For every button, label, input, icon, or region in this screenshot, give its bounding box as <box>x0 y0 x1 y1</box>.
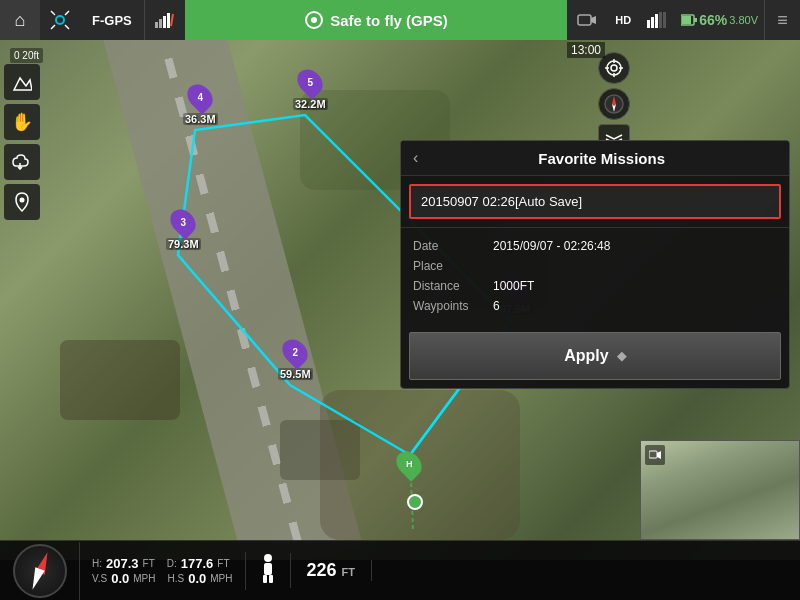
svg-marker-24 <box>14 78 32 90</box>
svg-rect-8 <box>167 13 170 28</box>
missions-list: 20150907 02:26[Auto Save] <box>401 176 789 228</box>
h-value: 207.3 <box>106 556 139 571</box>
terrain-button[interactable] <box>4 64 40 100</box>
svg-rect-40 <box>263 575 267 583</box>
svg-line-3 <box>51 25 55 29</box>
h-label: H: <box>92 558 102 569</box>
d-unit: FT <box>217 558 229 569</box>
compass-button[interactable] <box>598 88 630 120</box>
cloud-button[interactable] <box>4 144 40 180</box>
mission-item-selected[interactable]: 20150907 02:26[Auto Save] <box>409 184 781 219</box>
person-svg <box>258 553 278 583</box>
distance-label: Distance <box>413 279 493 293</box>
location-button[interactable] <box>4 184 40 220</box>
home-icon: ⌂ <box>15 10 26 31</box>
vs-label: V.S <box>92 573 107 584</box>
wp-pin-3[interactable]: 3 <box>166 204 201 239</box>
svg-line-1 <box>51 11 55 15</box>
svg-point-28 <box>611 65 617 71</box>
svg-point-11 <box>311 17 317 23</box>
compass-needle-south <box>27 567 44 591</box>
wp-pin-2[interactable]: 2 <box>278 334 313 369</box>
svg-rect-21 <box>682 16 691 24</box>
menu-button[interactable]: ≡ <box>764 0 800 40</box>
svg-point-27 <box>607 61 621 75</box>
wp-label-2: 59.5M <box>278 368 313 380</box>
camera-section <box>567 0 607 40</box>
svg-rect-20 <box>694 18 697 22</box>
signal-section <box>145 0 185 40</box>
status-icon <box>304 10 324 30</box>
battery-section: 66% 3.80V <box>675 0 764 40</box>
signal-icon <box>155 12 175 28</box>
hd-section: HD <box>607 0 639 40</box>
distance-value: 1000FT <box>493 279 534 293</box>
date-value: 2015/09/07 - 02:26:48 <box>493 239 610 253</box>
detail-distance-row: Distance 1000FT <box>413 276 777 296</box>
d-value: 177.6 <box>181 556 214 571</box>
battery-icon <box>681 13 697 27</box>
apply-label: Apply <box>564 347 608 365</box>
camera-thumbnail[interactable] <box>640 440 800 540</box>
signal2-section <box>639 0 675 40</box>
detail-place-row: Place <box>413 256 777 276</box>
hand-button[interactable]: ✋ <box>4 104 40 140</box>
drone-icon <box>49 9 71 31</box>
status-safe: Safe to fly (GPS) <box>185 0 568 40</box>
svg-line-4 <box>65 25 69 29</box>
signal2-icon <box>647 12 667 28</box>
missions-details: Date 2015/09/07 - 02:26:48 Place Distanc… <box>401 228 789 324</box>
cloud-icon <box>12 154 32 170</box>
svg-rect-36 <box>649 451 657 458</box>
svg-rect-6 <box>159 19 162 28</box>
camera-icon <box>577 12 597 28</box>
waypoint-1[interactable]: H <box>398 450 420 478</box>
waypoint-4[interactable]: 4 36.3M <box>183 83 218 125</box>
svg-rect-41 <box>269 575 273 583</box>
svg-point-26 <box>20 198 25 203</box>
wp-label-3: 79.3M <box>166 238 201 250</box>
compass-container <box>0 542 80 600</box>
left-sidebar: ✋ <box>0 60 40 224</box>
svg-point-38 <box>264 554 272 562</box>
svg-line-2 <box>65 11 69 15</box>
home-button[interactable]: ⌂ <box>0 0 40 40</box>
bottom-bar: H: 207.3 FT D: 177.6 FT V.S 0.0 MPH H.S … <box>0 540 800 600</box>
compass <box>13 544 67 598</box>
svg-rect-17 <box>659 12 662 28</box>
missions-back-button[interactable]: ‹ <box>413 149 418 167</box>
wp-pin-4[interactable]: 4 <box>183 79 218 114</box>
missions-header: ‹ Favorite Missions <box>401 141 789 176</box>
svg-rect-15 <box>651 17 654 28</box>
apply-button[interactable]: Apply ◆ <box>409 332 781 380</box>
svg-rect-16 <box>655 14 658 28</box>
detail-date-row: Date 2015/09/07 - 02:26:48 <box>413 236 777 256</box>
gps-label: F-GPS <box>80 0 145 40</box>
svg-rect-14 <box>647 20 650 28</box>
svg-rect-39 <box>264 563 272 575</box>
pip-icon <box>649 450 661 460</box>
hs-value: 0.0 <box>188 571 206 586</box>
terrain-icon <box>12 72 32 92</box>
detail-waypoints-row: Waypoints 6 <box>413 296 777 316</box>
missions-panel: ‹ Favorite Missions 20150907 02:26[Auto … <box>400 140 790 389</box>
drone-icon-section <box>40 0 80 40</box>
waypoint-3[interactable]: 3 79.3M <box>166 208 201 250</box>
location-icon <box>14 192 30 212</box>
waypoint-5[interactable]: 5 32.2M <box>293 68 328 110</box>
map-compass-icon <box>603 93 625 115</box>
svg-point-0 <box>56 16 64 24</box>
altitude-display: 226 FT <box>291 560 373 581</box>
hs-label: H.S <box>168 573 185 584</box>
missions-title: Favorite Missions <box>426 150 777 167</box>
svg-rect-7 <box>163 16 166 28</box>
d-label: D: <box>167 558 177 569</box>
svg-rect-5 <box>155 22 158 28</box>
h-unit: FT <box>143 558 155 569</box>
wp-pin-5[interactable]: 5 <box>293 64 328 99</box>
svg-rect-18 <box>663 12 666 28</box>
waypoint-2[interactable]: 2 59.5M <box>278 338 313 380</box>
place-label: Place <box>413 259 493 273</box>
person-icon <box>246 553 291 588</box>
wp-label-4: 36.3M <box>183 113 218 125</box>
